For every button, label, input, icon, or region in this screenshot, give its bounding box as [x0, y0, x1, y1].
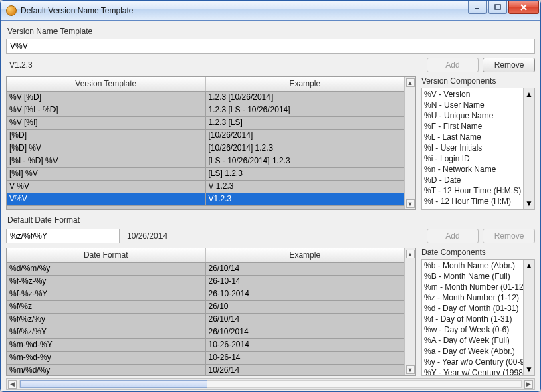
list-item[interactable]: %I - User Initials [424, 142, 532, 153]
list-item[interactable]: %T - 12 Hour Time (H:M:S) [424, 185, 532, 196]
cell-format: %f/%z/%Y [7, 326, 206, 338]
window-title: Default Version Name Template [21, 6, 134, 15]
date-format-input[interactable] [6, 229, 120, 243]
table-row[interactable]: %f-%z-%y26-10-14 [7, 276, 404, 288]
scroll-up-icon[interactable]: ▲ [525, 90, 533, 99]
app-icon [6, 5, 17, 16]
list-item[interactable]: %D - Date [424, 175, 532, 185]
column-date-example[interactable]: Example [206, 248, 405, 262]
table-row[interactable]: %f-%z-%Y26-10-2014 [7, 288, 404, 301]
scroll-left-icon[interactable]: ◀ [8, 380, 17, 389]
date-components-label: Date Components [421, 248, 535, 257]
date-remove-button[interactable]: Remove [483, 229, 535, 243]
list-item[interactable]: %A - Day of Week (Full) [424, 335, 532, 346]
cell-template: V %V [7, 181, 206, 193]
cell-format: %f/%z [7, 301, 206, 313]
list-item[interactable]: %a - Day of Week (Abbr.) [424, 346, 532, 357]
list-item[interactable]: %d - Day of Month (01-31) [424, 303, 532, 314]
list-item[interactable]: %F - First Name [424, 121, 532, 132]
window-close-button[interactable] [508, 1, 539, 14]
table-row[interactable]: [%D][10/26/2014] [7, 130, 404, 142]
cell-format: %m-%d-%y [7, 352, 206, 364]
column-version-template[interactable]: Version Template [7, 77, 206, 91]
date-components-vscroll[interactable]: ▲ ▼ [523, 260, 534, 375]
list-item[interactable]: %U - Unique Name [424, 110, 532, 121]
list-item[interactable]: %w - Day of Week (0-6) [424, 324, 532, 335]
table-row[interactable]: %f/%z26/10 [7, 301, 404, 314]
cell-template: [%D] [7, 130, 206, 142]
cell-template: [%I] %V [7, 168, 206, 180]
cell-example: 10/26/14 [206, 365, 405, 375]
cell-template: %V [%D] [7, 92, 206, 104]
svg-rect-1 [495, 5, 500, 9]
table-row[interactable]: %V [%D]1.2.3 [10/26/2014] [7, 92, 404, 104]
list-item[interactable]: %b - Month Name (Abbr.) [424, 260, 532, 271]
date-components-list[interactable]: %b - Month Name (Abbr.)%B - Month Name (… [421, 259, 535, 376]
table-row[interactable]: %d/%m/%y26/10/14 [7, 263, 404, 276]
scroll-up-icon[interactable]: ▲ [406, 78, 415, 87]
table-row[interactable]: [%I - %D] %V[LS - 10/26/2014] 1.2.3 [7, 155, 404, 168]
version-components-vscroll[interactable]: ▲ ▼ [523, 88, 534, 209]
table-row[interactable]: %f/%z/%Y26/10/2014 [7, 326, 404, 339]
list-item[interactable]: %N - User Name [424, 100, 532, 110]
column-version-example[interactable]: Example [206, 77, 405, 91]
cell-template: V%V [7, 193, 206, 205]
table-row[interactable]: %V [%I]1.2.3 [LS] [7, 117, 404, 130]
table-row[interactable]: V%VV1.2.3 [7, 193, 404, 206]
cell-template: %V [%I] [7, 117, 206, 129]
table-row[interactable]: %m-%d-%y10-26-14 [7, 352, 404, 365]
column-date-format[interactable]: Date Format [7, 248, 206, 262]
version-template-input[interactable] [6, 39, 535, 54]
table-row[interactable]: V %VV 1.2.3 [7, 181, 404, 193]
cell-example: 26/10/14 [206, 314, 405, 326]
list-item[interactable]: %t - 12 Hour Time (H:M) [424, 196, 532, 207]
window-maximize-button[interactable] [488, 1, 507, 14]
cell-format: %f-%z-%Y [7, 288, 206, 300]
date-formats-table[interactable]: Date Format Example %d/%m/%y26/10/14%f-%… [6, 248, 416, 376]
date-add-button[interactable]: Add [427, 229, 479, 243]
version-components-label: Version Components [421, 76, 535, 86]
version-templates-table[interactable]: Version Template Example %V [%D]1.2.3 [1… [6, 76, 416, 210]
list-item[interactable]: %y - Year w/o Century (00-99) [424, 357, 532, 367]
table-row[interactable]: %m/%d/%y10/26/14 [7, 365, 404, 375]
cell-example: [10/26/2014] [206, 130, 405, 142]
list-item[interactable]: %z - Month Number (1-12) [424, 292, 532, 303]
version-components-list[interactable]: %V - Version%N - User Name%U - Unique Na… [421, 88, 535, 210]
scroll-down-icon[interactable]: ▼ [406, 199, 415, 208]
cell-format: %f-%z-%y [7, 276, 206, 288]
scroll-down-icon[interactable]: ▼ [525, 199, 533, 208]
version-table-vscroll[interactable]: ▲ ▼ [404, 77, 415, 209]
cell-format: %m/%d/%y [7, 365, 206, 375]
cell-example: 10-26-2014 [206, 339, 405, 351]
cell-example: 1.2.3 [LS - 10/26/2014] [206, 104, 405, 116]
list-item[interactable]: %L - Last Name [424, 132, 532, 142]
scroll-up-icon[interactable]: ▲ [406, 250, 415, 258]
table-row[interactable]: %m-%d-%Y10-26-2014 [7, 339, 404, 352]
list-item[interactable]: %i - Login ID [424, 153, 532, 164]
cell-example: [10/26/2014] 1.2.3 [206, 142, 405, 155]
cell-example: V 1.2.3 [206, 181, 405, 193]
date-table-vscroll[interactable]: ▲ ▼ [404, 248, 415, 375]
list-item[interactable]: %B - Month Name (Full) [424, 271, 532, 282]
scroll-right-icon[interactable]: ▶ [524, 380, 533, 389]
scroll-up-icon[interactable]: ▲ [525, 261, 533, 270]
cell-example: [LS - 10/26/2014] 1.2.3 [206, 155, 405, 167]
scroll-down-icon[interactable]: ▼ [406, 365, 415, 374]
scroll-down-icon[interactable]: ▼ [525, 365, 533, 374]
window-minimize-button[interactable] [468, 1, 487, 14]
list-item[interactable]: %n - Network Name [424, 164, 532, 175]
version-remove-button[interactable]: Remove [483, 58, 535, 72]
hscroll-thumb[interactable] [20, 380, 207, 388]
list-item[interactable]: %Y - Year w/ Century (1998) [424, 367, 532, 376]
table-row[interactable]: %V [%I - %D]1.2.3 [LS - 10/26/2014] [7, 104, 404, 117]
list-item[interactable]: %m - Month Number (01-12) [424, 282, 532, 292]
app-window: Default Version Name Template Version Na… [0, 0, 541, 392]
table-row[interactable]: [%I] %V[LS] 1.2.3 [7, 168, 404, 181]
table-row[interactable]: %f/%z/%y26/10/14 [7, 314, 404, 326]
list-item[interactable]: %V - Version [424, 89, 532, 100]
table-row[interactable]: [%D] %V[10/26/2014] 1.2.3 [7, 142, 404, 155]
version-add-button[interactable]: Add [427, 58, 479, 72]
titlebar[interactable]: Default Version Name Template [1, 1, 540, 21]
window-hscroll[interactable]: ◀ ▶ [6, 378, 535, 390]
list-item[interactable]: %f - Day of Month (1-31) [424, 314, 532, 324]
